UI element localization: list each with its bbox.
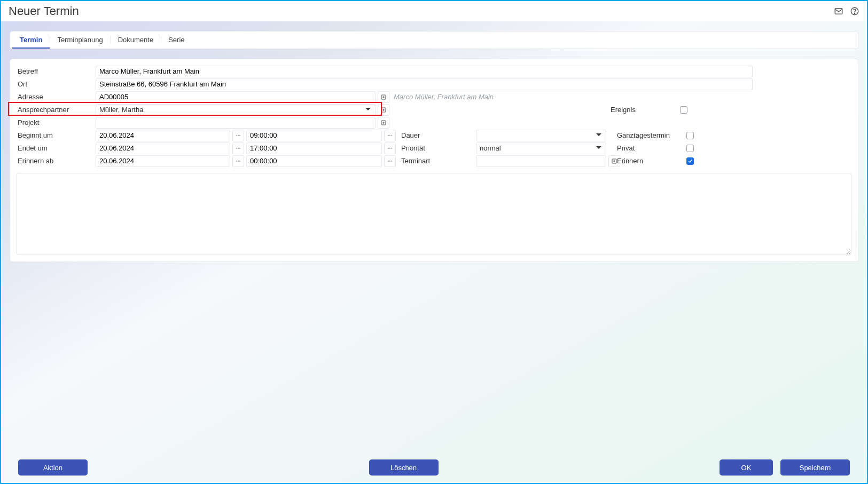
label-ganztag: Ganztagestermin: [606, 131, 686, 139]
input-beginnt-date[interactable]: [96, 130, 230, 141]
label-ereignis: Ereignis: [600, 106, 680, 114]
input-terminart[interactable]: [476, 155, 606, 167]
checkbox-ganztag[interactable]: [686, 132, 694, 139]
input-projekt[interactable]: [96, 117, 376, 129]
tab-termin[interactable]: Termin: [12, 31, 50, 49]
svg-point-11: [391, 135, 392, 136]
svg-point-6: [236, 135, 237, 136]
loeschen-button[interactable]: Löschen: [369, 459, 439, 475]
svg-point-10: [389, 135, 390, 136]
label-adresse: Adresse: [17, 93, 96, 101]
footer-buttons: Aktion Löschen OK Speichern: [10, 452, 858, 483]
input-beginnt-time[interactable]: [246, 130, 382, 141]
svg-point-13: [238, 148, 239, 149]
dialog-title: Neuer Termin: [9, 4, 834, 18]
svg-point-8: [239, 135, 240, 136]
help-icon[interactable]: [850, 6, 859, 16]
label-ansprechpartner: Ansprechpartner: [17, 106, 96, 114]
label-prioritaet: Priorität: [396, 144, 476, 152]
lookup-projekt-button[interactable]: [378, 117, 389, 129]
select-prioritaet[interactable]: normal: [476, 142, 606, 154]
select-prioritaet-value: normal: [480, 144, 501, 152]
svg-point-22: [389, 161, 390, 162]
header-actions: [834, 6, 859, 16]
svg-point-18: [236, 161, 237, 162]
svg-point-7: [238, 135, 239, 136]
svg-point-2: [854, 13, 855, 13]
svg-point-9: [388, 135, 389, 136]
input-betreff[interactable]: [96, 66, 753, 77]
form-panel: Betreff Ort Adresse Marco Müller, Frankf…: [10, 59, 858, 262]
lookup-ansprechpartner-button[interactable]: [378, 104, 389, 116]
tab-serie[interactable]: Serie: [161, 31, 192, 49]
label-dauer: Dauer: [396, 131, 476, 139]
select-dauer[interactable]: [476, 130, 606, 141]
svg-point-20: [239, 161, 240, 162]
lookup-adresse-button[interactable]: [378, 91, 389, 103]
checkbox-ereignis[interactable]: [680, 106, 687, 114]
svg-point-17: [391, 148, 392, 149]
svg-point-23: [391, 161, 392, 162]
input-erinnernab-time[interactable]: [246, 155, 382, 167]
input-endet-time[interactable]: [246, 142, 382, 154]
ok-button[interactable]: OK: [720, 459, 773, 475]
timepicker-erinnernab-button[interactable]: [384, 155, 396, 167]
checkbox-privat[interactable]: [686, 145, 694, 152]
aktion-button[interactable]: Aktion: [18, 459, 88, 475]
main-area: Termin Terminplanung Dokumente Serie Bet…: [1, 21, 867, 483]
label-privat: Privat: [606, 144, 686, 152]
label-erinnern: Erinnern: [606, 157, 686, 165]
svg-point-15: [388, 148, 389, 149]
svg-point-12: [236, 148, 237, 149]
label-ort: Ort: [17, 80, 96, 88]
speichern-button[interactable]: Speichern: [780, 459, 850, 475]
mail-icon[interactable]: [834, 6, 843, 16]
datepicker-erinnernab-button[interactable]: [232, 155, 244, 167]
label-terminart: Terminart: [396, 157, 476, 165]
datepicker-endet-button[interactable]: [232, 142, 244, 154]
svg-point-14: [239, 148, 240, 149]
tab-terminplanung[interactable]: Terminplanung: [50, 31, 110, 49]
svg-point-21: [388, 161, 389, 162]
svg-point-19: [238, 161, 239, 162]
label-endet: Endet um: [17, 144, 96, 152]
dialog-header: Neuer Termin: [1, 1, 867, 21]
select-ansprechpartner[interactable]: Müller, Martha: [96, 104, 376, 116]
tab-bar: Termin Terminplanung Dokumente Serie: [10, 31, 858, 49]
tab-dokumente[interactable]: Dokumente: [111, 31, 161, 49]
form-grid: Betreff Ort Adresse Marco Müller, Frankf…: [17, 65, 851, 168]
timepicker-beginnt-button[interactable]: [384, 130, 396, 141]
input-ort[interactable]: [96, 78, 753, 90]
select-ansprechpartner-value: Müller, Martha: [99, 106, 143, 114]
hint-adresse: Marco Müller, Frankfurt am Main: [394, 93, 494, 101]
input-adresse[interactable]: [96, 91, 376, 103]
checkbox-erinnern[interactable]: [686, 157, 694, 165]
input-erinnernab-date[interactable]: [96, 155, 230, 167]
notes-textarea[interactable]: [17, 173, 851, 255]
datepicker-beginnt-button[interactable]: [232, 130, 244, 141]
label-erinnernab: Erinnern ab: [17, 157, 96, 165]
label-betreff: Betreff: [17, 67, 96, 75]
input-endet-date[interactable]: [96, 142, 230, 154]
svg-point-16: [389, 148, 390, 149]
label-beginnt: Beginnt um: [17, 131, 96, 139]
label-projekt: Projekt: [17, 118, 96, 126]
timepicker-endet-button[interactable]: [384, 142, 396, 154]
